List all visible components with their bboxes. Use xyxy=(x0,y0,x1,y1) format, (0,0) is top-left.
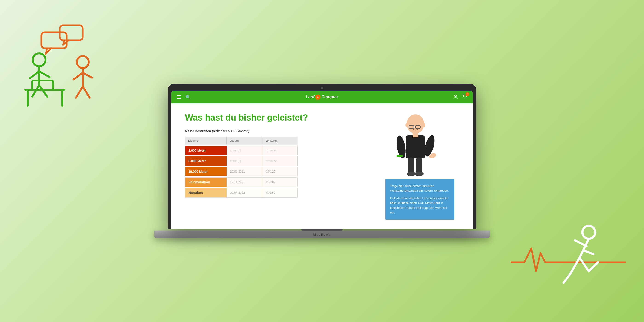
info-box: Trage hier deine besten aktuellen Wettka… xyxy=(386,179,454,220)
table-row: 5.000 Meter tt.mm.jjjj h:mm:ss xyxy=(185,156,298,166)
svg-line-18 xyxy=(83,86,90,98)
leistung-halbmarathon[interactable]: 1:50:02 xyxy=(262,178,298,187)
datum-10000[interactable]: 25.09.2021 xyxy=(226,167,262,176)
svg-rect-41 xyxy=(396,155,403,157)
leistung-10000[interactable]: 0:50:25 xyxy=(262,167,298,176)
distanz-10000: 10.000 Meter xyxy=(185,167,226,176)
svg-rect-9 xyxy=(32,80,53,90)
hamburger-menu-icon[interactable] xyxy=(177,96,181,99)
search-icon[interactable]: 🔍 xyxy=(186,94,190,100)
svg-line-20 xyxy=(580,239,589,258)
info-text-2: Falls du keine aktuellen Leistungsparame… xyxy=(390,196,450,215)
leistung-5000[interactable]: h:mm:ss xyxy=(262,156,298,166)
datum-halbmarathon[interactable]: 12.11.2021 xyxy=(226,178,262,187)
svg-point-47 xyxy=(406,123,408,127)
distanz-marathon: Marathon xyxy=(185,188,226,197)
datum-marathon[interactable]: 03.04.2022 xyxy=(226,188,262,197)
background-illustration-left xyxy=(14,18,110,115)
svg-point-19 xyxy=(582,226,595,239)
table-row: Marathon 03.04.2022 4:01:59 xyxy=(185,188,298,198)
table-row: 10.000 Meter 25.09.2021 0:50:25 xyxy=(185,167,298,176)
svg-rect-37 xyxy=(406,136,425,158)
svg-line-21 xyxy=(575,240,586,246)
table-row: Halbmarathon 12.11.2021 1:50:02 xyxy=(185,177,298,187)
content-right: Trage hier deine besten aktuellen Wettka… xyxy=(386,112,459,220)
table-row: 1.000 Meter tt.mm.jjjj h:mm:ss xyxy=(185,146,298,155)
navbar: 🔍 Lauf Campus xyxy=(171,91,473,103)
info-text-1: Trage hier deine besten aktuellen Wettka… xyxy=(390,184,450,194)
subtitle-note: (nicht älter als 18 Monate) xyxy=(212,129,249,133)
macbook-base: MacBook xyxy=(154,231,490,238)
svg-line-24 xyxy=(564,274,570,283)
logo-it xyxy=(315,94,320,100)
content-left: Was hast du bisher geleistet? Meine Best… xyxy=(185,112,376,220)
subtitle: Meine Bestzeiten (nicht älter als 18 Mon… xyxy=(185,129,376,133)
header-leistung: Leistung xyxy=(262,136,298,145)
background-illustration-right xyxy=(510,216,626,299)
svg-line-15 xyxy=(74,73,83,79)
distanz-5000: 5.000 Meter xyxy=(185,156,226,166)
site-logo[interactable]: Lauf Campus xyxy=(306,94,338,100)
svg-point-46 xyxy=(414,172,424,176)
svg-line-23 xyxy=(570,258,580,274)
svg-line-4 xyxy=(32,85,39,96)
svg-point-31 xyxy=(464,98,464,99)
leistung-marathon[interactable]: 4:01:59 xyxy=(262,188,298,197)
svg-line-3 xyxy=(39,71,50,77)
datum-5000[interactable]: tt.mm.jjjj xyxy=(226,156,262,166)
macbook-notch xyxy=(301,229,343,231)
svg-point-48 xyxy=(422,123,425,127)
camera-dot xyxy=(321,87,323,89)
svg-line-22 xyxy=(584,251,594,254)
table-header-row: Distanz Datum Leistung xyxy=(185,136,298,145)
svg-line-17 xyxy=(76,86,83,98)
distanz-1000: 1.000 Meter xyxy=(185,146,226,155)
main-content: Was hast du bisher geleistet? Meine Best… xyxy=(171,103,473,229)
macbook-label: MacBook xyxy=(313,233,330,236)
svg-point-32 xyxy=(466,98,466,99)
screen-content: 🔍 Lauf Campus xyxy=(171,91,473,229)
logo-campus: Campus xyxy=(321,94,338,99)
macbook-screen: 🔍 Lauf Campus xyxy=(168,84,476,229)
svg-rect-38 xyxy=(412,133,418,137)
header-datum: Datum xyxy=(226,136,262,145)
cart-icon[interactable]: 0 xyxy=(462,94,467,100)
svg-point-0 xyxy=(33,53,46,66)
svg-line-5 xyxy=(39,85,47,96)
svg-line-26 xyxy=(589,262,598,272)
macbook-container: 🔍 Lauf Campus xyxy=(154,84,490,238)
navbar-right: 0 xyxy=(453,94,467,100)
svg-rect-44 xyxy=(416,158,422,173)
svg-line-16 xyxy=(83,73,92,78)
svg-line-25 xyxy=(580,258,589,272)
svg-line-2 xyxy=(30,71,39,78)
performance-table: Distanz Datum Leistung 1.000 Meter tt.mm… xyxy=(185,136,298,198)
svg-point-13 xyxy=(77,56,89,68)
subtitle-text: Meine Bestzeiten xyxy=(185,129,212,133)
svg-point-30 xyxy=(455,95,456,96)
page-title: Was hast du bisher geleistet? xyxy=(185,112,376,123)
distanz-halbmarathon: Halbmarathon xyxy=(185,178,226,187)
cart-count: 0 xyxy=(466,92,469,96)
datum-1000[interactable]: tt.mm.jjjj xyxy=(226,146,262,155)
leistung-1000[interactable]: h:mm:ss xyxy=(262,146,298,155)
user-account-icon[interactable] xyxy=(453,94,458,100)
svg-point-33 xyxy=(407,114,424,134)
header-distanz: Distanz xyxy=(185,136,226,145)
svg-rect-43 xyxy=(408,158,414,173)
navbar-left: 🔍 xyxy=(177,94,190,100)
person-illustration xyxy=(386,112,445,177)
logo-lauf: Lauf xyxy=(306,94,314,99)
